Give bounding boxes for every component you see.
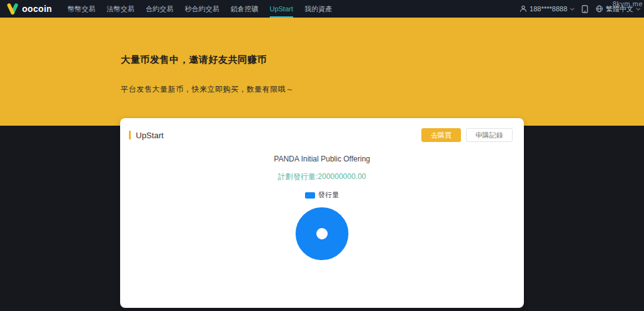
- user-icon: [519, 5, 527, 13]
- ipo-chart: PANDA Initial Public Offering 計劃發行量:2000…: [120, 155, 524, 260]
- donut-chart: [296, 207, 348, 260]
- card-header: UpStart 去購買 申購記錄: [120, 118, 524, 142]
- nav-item-staking-mining[interactable]: 鎖倉挖礦: [225, 0, 264, 18]
- account-menu[interactable]: 188****8888: [519, 5, 573, 13]
- chart-legend[interactable]: 發行量: [120, 190, 524, 200]
- upstart-card: UpStart 去購買 申購記錄 PANDA Initial Public Of…: [120, 118, 524, 308]
- nav-item-upstart[interactable]: UpStart: [264, 0, 299, 18]
- chart-subtitle: 計劃發行量:200000000.00: [120, 172, 524, 182]
- buy-button[interactable]: 去購買: [421, 128, 461, 142]
- nav-item-coin-trading[interactable]: 幣幣交易: [62, 0, 101, 18]
- banner-subtitle: 平台发售大量新币，快来立即购买，数量有限哦～: [121, 84, 644, 95]
- logo[interactable]: oocoin: [6, 3, 52, 15]
- nav-item-my-assets[interactable]: 我的資產: [299, 0, 338, 18]
- voocoin-logo-icon: [6, 3, 19, 15]
- banner-title: 大量币发售中，邀请好友共同赚币: [121, 54, 644, 66]
- chevron-down-icon: [570, 6, 574, 10]
- subscription-record-button[interactable]: 申購記錄: [466, 128, 513, 142]
- top-navbar: oocoin 幣幣交易 法幣交易 合約交易 秒合約交易 鎖倉挖礦 UpStart…: [0, 0, 644, 18]
- title-accent-bar: [129, 131, 131, 139]
- nav-item-fiat-trading[interactable]: 法幣交易: [101, 0, 140, 18]
- account-phone: 188****8888: [530, 5, 567, 13]
- legend-label: 發行量: [318, 190, 339, 200]
- nav-item-second-contract-trading[interactable]: 秒合約交易: [179, 0, 225, 18]
- globe-icon: [596, 5, 603, 13]
- main-nav: 幣幣交易 法幣交易 合約交易 秒合約交易 鎖倉挖礦 UpStart 我的資產: [62, 0, 338, 18]
- watermark: 8kym.me: [613, 0, 643, 8]
- promo-banner: 大量币发售中，邀请好友共同赚币 平台发售大量新币，快来立即购买，数量有限哦～: [0, 18, 644, 126]
- nav-item-contract-trading[interactable]: 合約交易: [140, 0, 179, 18]
- header-buttons: 去購買 申購記錄: [421, 128, 513, 142]
- donut-chart-area: [120, 207, 524, 260]
- mobile-app-icon[interactable]: [581, 5, 589, 13]
- card-title: UpStart: [136, 131, 164, 140]
- logo-text: oocoin: [22, 4, 52, 14]
- chart-title: PANDA Initial Public Offering: [120, 155, 524, 163]
- legend-swatch: [305, 192, 315, 199]
